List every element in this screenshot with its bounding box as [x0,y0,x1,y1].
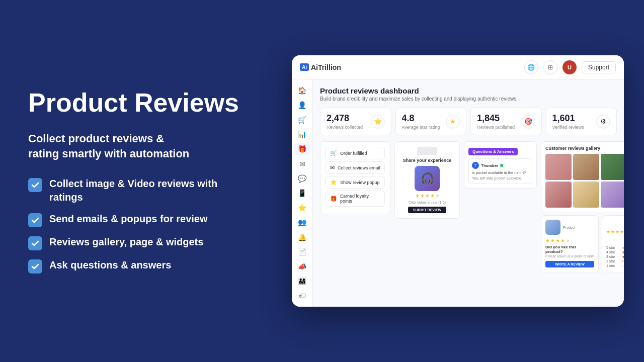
brand-name: AiTrillion [311,63,341,71]
gallery-grid [545,154,624,208]
check-icon-3 [28,236,42,250]
flow-step-3[interactable]: 🎁 Earned loyalty points [326,191,385,207]
qa-badge: Questions & Answers [468,148,518,155]
nav-icons: 🌐 ⊞ U Support [524,60,616,74]
top-nav: Ai AiTrillion 🌐 ⊞ U Support [292,55,624,79]
bar-row-4: 1 star (0) [606,264,624,267]
sidebar-icon-chart[interactable]: 📊 [294,129,310,140]
gallery-thumb-6[interactable] [573,182,599,208]
liked-sub: Please leave us a quick review [545,254,594,258]
sidebar: 🏠 👤 🛒 📊 🎁 ✉ 💬 📱 ⭐ 👥 🔔 📄 📣 👨‍👩‍👧 🏷 [292,79,313,307]
bar-track-0 [622,247,624,249]
qa-message: T Thomber Is pocket available in the t-s… [468,158,532,184]
stat-card-0: 2,478 Reviews collected ⭐ [320,108,391,135]
sidebar-icon-cart[interactable]: 🛒 [294,114,310,125]
stat-label-1: Average star rating [402,125,440,130]
stat-value-3: 1,601 [552,113,584,124]
rating-popup: Product ★★★★★ Did you like this product?… [541,215,599,273]
bar-track-3 [622,260,624,262]
product-image: 🎧 [415,166,440,191]
sidebar-icon-group[interactable]: 👨‍👩‍👧 [294,276,310,287]
bar-track-2 [622,256,624,258]
support-button[interactable]: Support [582,61,616,73]
sidebar-icon-home[interactable]: 🏠 [294,84,310,96]
gallery-thumb-3[interactable] [601,154,624,180]
liked-text: Did you like this product? [545,245,594,254]
logo-box: Ai [300,63,309,71]
feature-item-2: Send emails & popups for review [28,212,254,227]
sidebar-icon-chat[interactable]: 💬 [294,172,310,184]
stat-icon-1: ★ [446,115,460,129]
user-avatar[interactable]: U [562,60,577,74]
product-thumb [545,220,560,235]
sidebar-icon-reviews[interactable]: 🎁 [294,143,310,155]
gallery-thumb-5[interactable] [545,182,572,208]
gift-step-icon: 🎁 [330,196,337,202]
mail-step-icon: ✉ [330,164,335,171]
translate-icon[interactable]: 🌐 [524,60,538,74]
flow-step-0[interactable]: 🛒 Order fulfilled [326,147,385,159]
page-subtitle: Build brand credibility and maximize sal… [320,96,617,102]
stat-value-2: 1,845 [477,113,515,124]
submit-review-btn[interactable]: SUBMIT REVIEW [408,207,446,213]
qa-answer: Yes, left side pocket available. [472,176,529,180]
main-title: Product Reviews [28,88,254,117]
flow-step-2[interactable]: ⭐ Show review popup [326,176,385,189]
qa-user: T Thomber [472,162,529,169]
right-column: Customer reviews gallery [541,141,624,273]
check-icon-4 [28,259,42,274]
sidebar-icon-star[interactable]: ⭐ [294,202,310,214]
check-icon-2 [28,213,42,227]
stat-card-2: 1,845 Reviews published 🎯 [470,108,542,135]
cart-step-icon: 🛒 [330,150,337,156]
page-title: Product reviews dashboard [320,86,617,95]
qa-avatar: T [472,162,479,169]
bar-row-1: 4 star (10) [606,250,624,254]
stat-card-3: 1,601 Verified reviews ⚙ [546,108,617,135]
review-logo [417,147,437,155]
sidebar-icon-mail[interactable]: ✉ [294,158,310,169]
grid-icon[interactable]: ⊞ [543,60,557,74]
stat-icon-0: ⭐ [371,115,385,129]
bottom-row: Product ★★★★★ Did you like this product?… [541,215,624,273]
check-icon-1 [28,178,42,192]
gallery-thumb-7[interactable] [601,182,624,208]
sidebar-icon-people[interactable]: 👥 [294,217,310,228]
write-review-btn[interactable]: WRITE A REVIEW [545,261,594,267]
right-panel: Ai AiTrillion 🌐 ⊞ U Support 🏠 👤 🛒 📊 🎁 ✉ [282,45,644,317]
gallery-card: Customer reviews gallery [541,141,624,212]
star-summary: ★ ★ ★ ★ ★ 36 reviews 4.8 out of 5 [602,215,624,273]
summary-header: ★ ★ ★ ★ ★ 36 reviews 4.8 out of 5 [606,220,624,244]
feature-item-3: Reviews gallery, page & widgets [28,235,254,250]
summary-stars: ★ ★ ★ ★ ★ [606,229,624,234]
bar-track-4 [622,265,624,267]
sidebar-icon-bell[interactable]: 🔔 [294,231,310,243]
stat-value-1: 4.8 [402,113,440,124]
cards-row: 🛒 Order fulfilled ✉ Collect reviews emai… [320,141,617,273]
dashboard-mockup: Ai AiTrillion 🌐 ⊞ U Support 🏠 👤 🛒 📊 🎁 ✉ [292,55,624,307]
gallery-title: Customer reviews gallery [545,146,624,151]
feature-item-4: Ask questions & answers [28,258,254,274]
stat-value-0: 2,478 [327,113,363,124]
sidebar-icon-doc[interactable]: 📄 [294,246,310,257]
gallery-thumb-2[interactable] [573,154,599,180]
gallery-thumb-1[interactable] [545,154,572,180]
product-info: Product [563,226,575,229]
sidebar-icon-megaphone[interactable]: 📣 [294,260,310,272]
sidebar-icon-user[interactable]: 👤 [294,99,310,111]
qa-username: Thomber [481,163,498,168]
click-label: Click below to rate (1-5) [409,201,446,204]
bar-row-3: 2 star (1) [606,259,624,263]
sidebar-icon-badge[interactable]: 🏷 [294,290,310,302]
brand-logo: Ai AiTrillion [300,63,341,71]
online-dot [500,164,503,167]
sidebar-icon-whatsapp[interactable]: 📱 [294,187,310,199]
review-request-card: Share your experience 🎧 ★★★★★ Click belo… [394,141,460,219]
star-step-icon: ⭐ [330,179,337,186]
share-text: Share your experience [403,158,452,163]
content-area: Product reviews dashboard Build brand cr… [313,79,624,307]
qa-question: Is pocket available in the t-shirt? [472,170,529,175]
flow-step-1[interactable]: ✉ Collect reviews email [326,161,385,174]
left-panel: Product Reviews Collect product reviews … [0,58,282,304]
star-row: ★★★★★ [415,193,440,199]
